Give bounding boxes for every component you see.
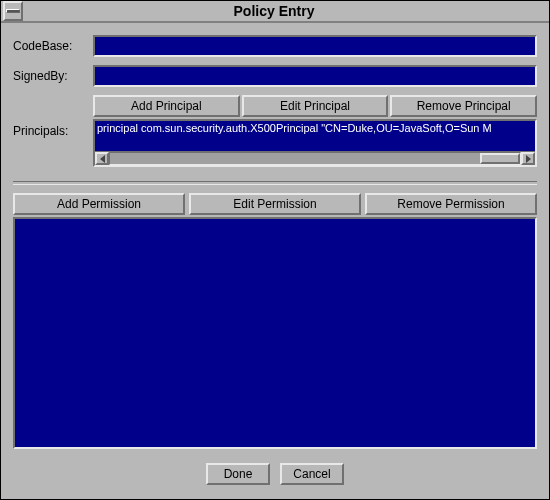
signedby-row: SignedBy: bbox=[13, 65, 537, 87]
principal-list-scrollbar[interactable] bbox=[95, 151, 535, 165]
signedby-input[interactable] bbox=[93, 65, 537, 87]
list-item[interactable]: principal com.sun.security.auth.X500Prin… bbox=[97, 122, 533, 134]
edit-permission-button[interactable]: Edit Permission bbox=[189, 193, 361, 215]
scroll-left-icon[interactable] bbox=[95, 152, 109, 165]
add-principal-button[interactable]: Add Principal bbox=[93, 95, 240, 117]
window-title: Policy Entry bbox=[23, 3, 549, 19]
principals-label-wrap: Principals: bbox=[13, 95, 93, 167]
add-permission-button[interactable]: Add Permission bbox=[13, 193, 185, 215]
codebase-row: CodeBase: bbox=[13, 35, 537, 57]
done-button[interactable]: Done bbox=[206, 463, 270, 485]
scroll-thumb[interactable] bbox=[480, 153, 520, 164]
principals-controls: Add Principal Edit Principal Remove Prin… bbox=[93, 95, 537, 167]
content-area: CodeBase: SignedBy: Principals: Add Prin… bbox=[1, 23, 549, 499]
principals-section: Principals: Add Principal Edit Principal… bbox=[13, 95, 537, 167]
scroll-track[interactable] bbox=[109, 152, 521, 165]
policy-entry-window: Policy Entry CodeBase: SignedBy: Princip… bbox=[0, 0, 550, 500]
signedby-label: SignedBy: bbox=[13, 69, 93, 83]
window-menu-button[interactable] bbox=[3, 1, 23, 21]
codebase-input[interactable] bbox=[93, 35, 537, 57]
principals-label: Principals: bbox=[13, 124, 68, 138]
principal-list[interactable]: principal com.sun.security.auth.X500Prin… bbox=[95, 121, 535, 151]
separator bbox=[13, 181, 537, 185]
edit-principal-button[interactable]: Edit Principal bbox=[242, 95, 389, 117]
scroll-right-icon[interactable] bbox=[521, 152, 535, 165]
permission-button-row: Add Permission Edit Permission Remove Pe… bbox=[13, 193, 537, 215]
codebase-label: CodeBase: bbox=[13, 39, 93, 53]
remove-permission-button[interactable]: Remove Permission bbox=[365, 193, 537, 215]
cancel-button[interactable]: Cancel bbox=[280, 463, 344, 485]
principal-list-container: principal com.sun.security.auth.X500Prin… bbox=[93, 119, 537, 167]
principal-button-row: Add Principal Edit Principal Remove Prin… bbox=[93, 95, 537, 117]
permission-list[interactable] bbox=[13, 217, 537, 449]
remove-principal-button[interactable]: Remove Principal bbox=[390, 95, 537, 117]
dialog-button-row: Done Cancel bbox=[13, 449, 537, 491]
titlebar: Policy Entry bbox=[1, 1, 549, 23]
